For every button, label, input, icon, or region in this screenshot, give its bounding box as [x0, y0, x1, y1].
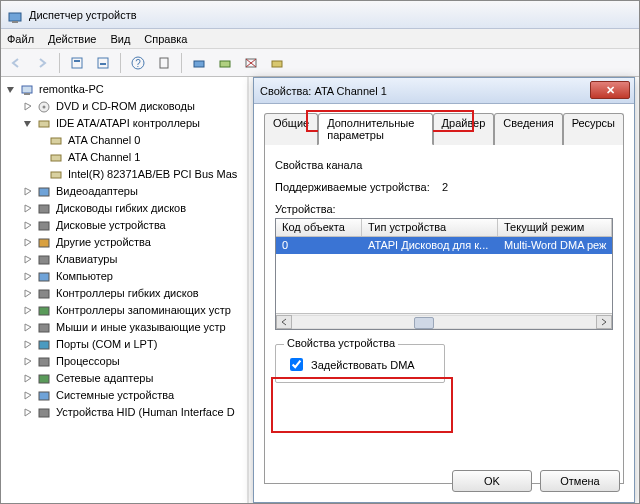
expand-icon[interactable] [22, 271, 33, 282]
tab-advanced[interactable]: Дополнительные параметры [318, 113, 432, 145]
tree-item-label: Мыши и иные указывающие устр [55, 319, 226, 336]
collapse-icon[interactable] [22, 118, 33, 129]
toolbar-button-1[interactable] [65, 51, 89, 75]
close-button[interactable]: ✕ [590, 81, 630, 99]
tree-item[interactable]: Дисководы гибких дисков [5, 200, 247, 217]
toolbar-button-6[interactable] [239, 51, 263, 75]
menu-file[interactable]: Файл [7, 29, 34, 48]
svg-rect-17 [39, 121, 49, 127]
toolbar-button-2[interactable] [91, 51, 115, 75]
expand-icon[interactable] [22, 254, 33, 265]
tree-item[interactable]: Сетевые адаптеры [5, 370, 247, 387]
tree-item-label: Видеоадаптеры [55, 183, 138, 200]
tree-ide[interactable]: IDE ATA/ATAPI контроллеры [5, 115, 247, 132]
tree-item[interactable]: Видеоадаптеры [5, 183, 247, 200]
tree-item[interactable]: Системные устройства [5, 387, 247, 404]
expand-icon[interactable] [22, 356, 33, 367]
close-icon: ✕ [606, 84, 615, 97]
enable-dma-input[interactable] [290, 358, 303, 371]
cancel-button[interactable]: Отмена [540, 470, 620, 492]
col-current-mode[interactable]: Текущий режим [498, 219, 612, 236]
toolbar-button-3[interactable] [152, 51, 176, 75]
expand-icon[interactable] [22, 339, 33, 350]
svg-rect-1 [12, 21, 18, 23]
channel-icon [48, 133, 64, 149]
tree-item[interactable]: Процессоры [5, 353, 247, 370]
tree-ata-channel-0[interactable]: ATA Channel 0 [5, 132, 247, 149]
menu-action[interactable]: Действие [48, 29, 96, 48]
tree-item[interactable]: Устройства HID (Human Interface D [5, 404, 247, 421]
back-button [4, 51, 28, 75]
channel-icon [48, 167, 64, 183]
scan-hardware-button[interactable] [187, 51, 211, 75]
tree-item[interactable]: Дисковые устройства [5, 217, 247, 234]
expand-icon[interactable] [22, 101, 33, 112]
dialog-titlebar[interactable]: Свойства: ATA Channel 1 ✕ [254, 78, 634, 104]
svg-rect-20 [51, 172, 61, 178]
horizontal-scrollbar[interactable] [276, 313, 612, 329]
expand-icon[interactable] [22, 373, 33, 384]
tree-root[interactable]: remontka-PC [5, 81, 247, 98]
help-button[interactable]: ? [126, 51, 150, 75]
supported-devices-line: Поддерживаемые устройства: 2 [275, 181, 613, 193]
mouse-icon [36, 320, 52, 336]
window-titlebar: Диспетчер устройств [1, 1, 639, 29]
expand-icon[interactable] [22, 322, 33, 333]
svg-rect-28 [39, 307, 49, 315]
scroll-thumb[interactable] [414, 317, 434, 329]
expand-icon[interactable] [22, 390, 33, 401]
cpu-icon [36, 354, 52, 370]
tree-item-label: Клавиатуры [55, 251, 117, 268]
toolbar-button-7[interactable] [265, 51, 289, 75]
toolbar-button-5[interactable] [213, 51, 237, 75]
hid-icon [36, 405, 52, 421]
expand-icon[interactable] [22, 186, 33, 197]
tree-root-label: remontka-PC [38, 81, 104, 98]
tree-intel-controller[interactable]: Intel(R) 82371AB/EB PCI Bus Mas [5, 166, 247, 183]
tree-item[interactable]: Клавиатуры [5, 251, 247, 268]
menu-view[interactable]: Вид [110, 29, 130, 48]
device-row-selected[interactable]: 0 ATAPI Дисковод для к... Multi-Word DMA… [276, 237, 612, 254]
devices-listview[interactable]: Код объекта Тип устройства Текущий режим… [275, 218, 613, 330]
tree-item[interactable]: Мыши и иные указывающие устр [5, 319, 247, 336]
expand-icon[interactable] [22, 237, 33, 248]
scroll-right-icon[interactable] [596, 315, 612, 329]
tree-item[interactable]: Порты (COM и LPT) [5, 336, 247, 353]
svg-rect-34 [39, 409, 49, 417]
network-icon [36, 371, 52, 387]
enable-dma-checkbox[interactable]: Задействовать DMA [286, 355, 434, 374]
keyboard-icon [36, 252, 52, 268]
svg-rect-0 [9, 13, 21, 21]
tree-ata-channel-1[interactable]: ATA Channel 1 [5, 149, 247, 166]
expand-icon[interactable] [22, 407, 33, 418]
tree-item[interactable]: Контроллеры запоминающих устр [5, 302, 247, 319]
tree-dvd[interactable]: DVD и CD-ROM дисководы [5, 98, 247, 115]
svg-rect-30 [39, 341, 49, 349]
tab-general[interactable]: Общие [264, 113, 318, 145]
col-device-type[interactable]: Тип устройства [362, 219, 498, 236]
supported-devices-label: Поддерживаемые устройства: [275, 181, 430, 193]
tab-resources[interactable]: Ресурсы [563, 113, 624, 145]
tree-item[interactable]: Контроллеры гибких дисков [5, 285, 247, 302]
expand-icon[interactable] [22, 220, 33, 231]
svg-rect-5 [100, 63, 106, 65]
collapse-icon[interactable] [5, 84, 16, 95]
tree-item[interactable]: Компьютер [5, 268, 247, 285]
svg-point-16 [43, 105, 46, 108]
ok-button[interactable]: OK [452, 470, 532, 492]
scroll-left-icon[interactable] [276, 315, 292, 329]
tab-driver[interactable]: Драйвер [433, 113, 495, 145]
svg-rect-26 [39, 273, 49, 281]
tab-details[interactable]: Сведения [494, 113, 562, 145]
col-object-id[interactable]: Код объекта [276, 219, 362, 236]
expand-icon[interactable] [22, 305, 33, 316]
expand-icon[interactable] [22, 203, 33, 214]
tree-item-label: Процессоры [55, 353, 120, 370]
scroll-track[interactable] [292, 315, 596, 329]
svg-rect-12 [272, 61, 282, 67]
device-tree[interactable]: remontka-PC DVD и CD-ROM дисководы IDE A… [1, 77, 249, 504]
menu-help[interactable]: Справка [144, 29, 187, 48]
tree-item-label: Дисковые устройства [55, 217, 166, 234]
expand-icon[interactable] [22, 288, 33, 299]
tree-item[interactable]: Другие устройства [5, 234, 247, 251]
